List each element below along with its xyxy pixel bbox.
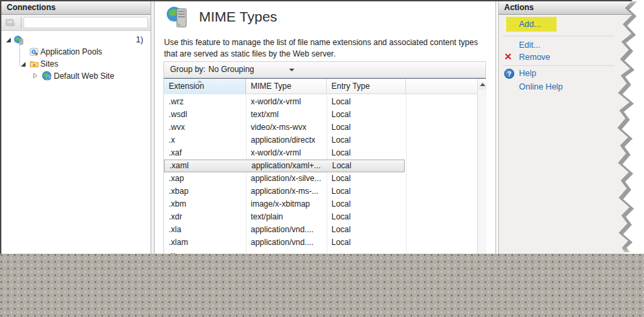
group-by-label: Group by: [170,62,206,77]
table-row[interactable]: .xdrtext/plainLocal [164,211,477,223]
table-row[interactable]: .xbapapplication/x-ms-...Local [164,185,477,198]
tree-node-server[interactable]: 1) [1,34,151,46]
web-site-globe-icon: ? [42,71,52,81]
actions-panel: Actions Add... Edit... ✕ Remove ? Help O… [499,1,633,254]
tree-node-application-pools[interactable]: Application Pools [1,46,151,58]
table-header-row: Extension MIME Type Entry Type [164,79,477,94]
create-connection-icon[interactable] [5,17,16,28]
tree-node-default-web-site[interactable]: ? Default Web Site [1,70,151,82]
expander-expanded-icon[interactable] [5,37,11,43]
table-row[interactable]: .wrzx-world/x-vrmlLocal [164,96,477,108]
group-by-dropdown[interactable]: No Grouping [208,62,296,77]
table-row-partial[interactable]: .x [164,249,477,254]
feature-description: Use this feature to manage the list of f… [164,37,485,59]
expander-expanded-icon[interactable] [20,61,26,67]
actions-header: Actions [499,1,633,15]
page-title: MIME Types [199,9,277,25]
tree-node-label: Default Web Site [54,70,114,82]
table-row[interactable]: .xbmimage/x-xbitmapLocal [164,198,477,211]
screenshot-canvas: Connections [0,0,644,317]
iis-manager-window: Connections [0,0,636,254]
group-by-value: No Grouping [208,62,254,77]
vertical-scrollbar[interactable] [477,79,487,254]
help-action-link[interactable]: Help [519,69,536,78]
mime-types-table: Extension MIME Type Entry Type .wrzx-wor… [163,78,486,254]
sites-folder-icon [30,59,39,69]
column-header-blank [406,79,477,94]
table-row[interactable]: .xlamapplication/vnd....Local [164,236,477,249]
table-row[interactable]: .xafx-world/x-vrmlLocal [164,147,477,160]
table-row[interactable]: .wvxvideo/x-ms-wvxLocal [164,121,477,134]
online-help-action-link[interactable]: Online Help [519,82,563,92]
column-header-mime-type[interactable]: MIME Type [246,79,327,94]
connections-header: Connections [1,1,151,15]
connection-field-redacted[interactable] [24,17,148,28]
table-body: .wrzx-world/x-vrmlLocal .wsdltext/xmlLoc… [164,95,477,254]
chevron-down-icon [289,69,294,71]
mime-types-feature-panel: MIME Types Use this feature to manage th… [155,1,495,254]
connections-toolbar [1,15,151,31]
scroll-up-button[interactable] [479,79,487,90]
application-pools-icon [30,47,39,57]
toolbar-separator [21,17,22,29]
mime-types-icon [165,5,191,30]
window-border-left [0,0,1,254]
svg-text:?: ? [48,76,50,80]
server-name-redacted: 1) [24,35,145,45]
tree-node-label: Application Pools [40,46,102,58]
tree-node-label: Sites [40,58,58,70]
add-action-link[interactable]: Add... [519,20,541,29]
actions-separator [503,65,614,66]
scroll-up-arrow-icon [480,83,485,86]
table-row-selected[interactable]: .xamlapplication/xaml+...Local [164,160,405,172]
edit-action-link[interactable]: Edit... [519,40,540,50]
group-by-toolbar: Group by: No Grouping [163,61,486,78]
table-row[interactable]: .xlaapplication/vnd....Local [164,223,477,236]
column-header-entry-type[interactable]: Entry Type [327,79,406,94]
sort-ascending-icon [197,80,202,83]
remove-action-link[interactable]: Remove [519,52,551,62]
connections-panel: Connections [1,1,151,254]
actions-separator [503,36,614,36]
server-icon [13,35,24,45]
tree-node-sites[interactable]: Sites [1,58,151,70]
table-row[interactable]: .xapplication/directxLocal [164,134,477,147]
column-header-extension[interactable]: Extension [164,79,246,94]
table-row[interactable]: .wsdltext/xmlLocal [164,108,477,121]
remove-x-icon: ✕ [504,52,514,62]
table-row[interactable]: .xapapplication/x-silve...Local [164,172,477,185]
expander-collapsed-icon[interactable] [32,73,38,79]
textured-backdrop [0,254,644,317]
connections-tree: 1) Application Pools [1,31,151,254]
help-icon: ? [504,69,514,79]
